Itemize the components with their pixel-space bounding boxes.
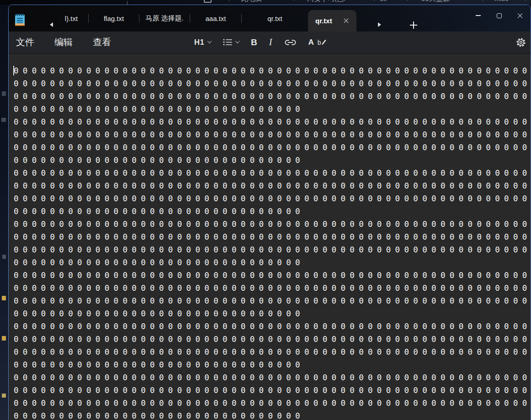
gear-icon [516, 38, 526, 47]
text-row: 0 0 0 0 0 0 0 0 0 0 0 0 0 0 0 0 0 0 0 0 … [14, 90, 531, 103]
link-button[interactable] [284, 39, 297, 46]
menu-item-1[interactable]: 文件 [9, 34, 41, 51]
text-row: 0 0 0 0 0 0 0 0 0 0 0 0 0 0 0 0 0 0 0 0 … [14, 243, 531, 256]
text-row: 0 0 0 0 0 0 0 0 0 0 0 0 0 0 0 0 0 0 0 0 … [14, 410, 531, 420]
this-pc-icon [204, 0, 212, 3]
folder-icon-fragment [2, 296, 6, 300]
tab-scroll-right-button[interactable] [376, 21, 382, 28]
bullet-list-icon [223, 38, 232, 46]
text-row: 0 0 0 0 0 0 0 0 0 0 0 0 0 0 0 0 0 0 0 0 … [14, 154, 531, 167]
close-button[interactable] [510, 7, 531, 24]
breadcrumb-separator: > [407, 0, 411, 2]
text-editor-area[interactable]: 0 0 0 0 0 0 0 0 0 0 0 0 0 0 0 0 0 0 0 0 … [9, 54, 531, 420]
notepad-window: l).txtflag.txt马原 选择题.aaa.txtqr.txt qr.tx… [8, 5, 531, 420]
menu-bar: 文件编辑查看 H1 [9, 31, 531, 53]
chevron-down-icon [207, 39, 212, 43]
folder-icon-fragment [2, 336, 6, 341]
folder-icon-fragment [2, 394, 6, 398]
text-row: 0 0 0 0 0 0 0 0 0 0 0 0 0 0 0 0 0 0 0 0 … [14, 320, 531, 333]
tab-1[interactable]: l).txt [54, 5, 88, 31]
italic-button[interactable]: I [269, 37, 272, 47]
breadcrumb-item: 此电脑 [241, 0, 262, 3]
tab-5[interactable]: qr.txt [242, 5, 308, 31]
italic-label: I [269, 37, 272, 47]
bold-button[interactable]: B [251, 37, 257, 47]
notepad-app-icon [15, 14, 25, 26]
clear-format-a: A [308, 38, 314, 47]
breadcrumb-separator: > [525, 0, 529, 2]
text-row: 0 0 0 0 0 0 0 0 0 0 0 0 0 0 0 0 0 0 0 0 … [14, 179, 531, 192]
menu-item-3[interactable]: 查看 [86, 34, 118, 51]
menu-item-2[interactable]: 编辑 [48, 34, 80, 51]
text-row: 0 0 0 0 0 0 0 0 0 0 0 0 0 0 0 0 0 0 0 0 … [14, 397, 531, 410]
maximize-icon [497, 13, 502, 18]
heading-dropdown[interactable]: H1 [194, 38, 211, 47]
format-toolbar: H1 B [194, 31, 324, 53]
background-fragment [1, 118, 6, 122]
plus-icon [413, 21, 414, 29]
maximize-button[interactable] [489, 7, 510, 24]
breadcrumb-separator: > [373, 0, 377, 2]
breadcrumb-separator: > [228, 0, 233, 2]
new-tab-button[interactable] [407, 19, 420, 31]
breadcrumb-separator: > [482, 0, 486, 2]
clear-format-button[interactable]: Ab [308, 38, 324, 47]
text-row: 0 0 0 0 0 0 0 0 0 0 0 0 0 0 0 0 0 0 0 0 … [14, 141, 531, 154]
text-row: 0 0 0 0 0 0 0 0 0 0 0 0 0 0 0 0 0 0 0 0 … [14, 103, 531, 116]
heading-label: H1 [194, 38, 204, 47]
tabs-row: l).txtflag.txt马原 选择题.aaa.txtqr.txt qr.tx… [54, 5, 356, 31]
hyperlink-chain-icon [284, 39, 297, 46]
screen: > 此电脑 > 网安学习(已. > ctf > 31天蓝森 > misc > [0, 0, 531, 420]
background-divider [127, 1, 127, 5]
pen-icon [321, 39, 326, 45]
text-row: 0 0 0 0 0 0 0 0 0 0 0 0 0 0 0 0 0 0 0 0 … [14, 307, 531, 320]
text-row: 0 0 0 0 0 0 0 0 0 0 0 0 0 0 0 0 0 0 0 0 … [14, 192, 531, 205]
triangle-left-icon [50, 22, 53, 27]
text-row: 0 0 0 0 0 0 0 0 0 0 0 0 0 0 0 0 0 0 0 0 … [14, 256, 531, 269]
list-dropdown[interactable] [223, 38, 239, 46]
tab-close-button[interactable] [343, 18, 349, 24]
breadcrumb-item: ctf [380, 0, 387, 2]
active-tab-label: qr.txt [315, 17, 332, 25]
text-row: 0 0 0 0 0 0 0 0 0 0 0 0 0 0 0 0 0 0 0 0 … [14, 333, 531, 346]
text-row: 0 0 0 0 0 0 0 0 0 0 0 0 0 0 0 0 0 0 0 0 … [14, 77, 531, 90]
text-row: 0 0 0 0 0 0 0 0 0 0 0 0 0 0 0 0 0 0 0 0 … [14, 371, 531, 384]
tab-3[interactable]: 马原 选择题. [139, 5, 190, 31]
text-row: 0 0 0 0 0 0 0 0 0 0 0 0 0 0 0 0 0 0 0 0 … [14, 231, 531, 243]
text-row: 0 0 0 0 0 0 0 0 0 0 0 0 0 0 0 0 0 0 0 0 … [14, 358, 531, 371]
tab-bar: l).txtflag.txt马原 选择题.aaa.txtqr.txt qr.tx… [9, 5, 531, 31]
clear-format-b: b [318, 39, 321, 46]
breadcrumb-item: misc [494, 0, 509, 2]
settings-button[interactable] [516, 38, 526, 47]
breadcrumb-item: 31天蓝森 [421, 0, 450, 3]
triangle-right-icon [378, 22, 381, 27]
chevron-down-icon [235, 39, 240, 43]
text-row: 0 0 0 0 0 0 0 0 0 0 0 0 0 0 0 0 0 0 0 0 … [14, 116, 531, 128]
tab-2[interactable]: flag.txt [89, 5, 139, 31]
text-row: 0 0 0 0 0 0 0 0 0 0 0 0 0 0 0 0 0 0 0 0 … [14, 205, 531, 218]
text-row: 0 0 0 0 0 0 0 0 0 0 0 0 0 0 0 0 0 0 0 0 … [14, 384, 531, 397]
background-explorer-strip: > 此电脑 > 网安学习(已. > ctf > 31天蓝森 > misc > [0, 0, 531, 5]
text-row: 0 0 0 0 0 0 0 0 0 0 0 0 0 0 0 0 0 0 0 0 … [14, 346, 531, 358]
breadcrumb-item: 网安学习(已. [307, 0, 345, 3]
tab-scroll-left-button[interactable] [48, 21, 54, 28]
tab-4[interactable]: aaa.txt [190, 5, 241, 31]
text-row: 0 0 0 0 0 0 0 0 0 0 0 0 0 0 0 0 0 0 0 0 … [14, 282, 531, 294]
text-caret [13, 66, 14, 75]
minimize-icon [476, 15, 481, 16]
text-row: 0 0 0 0 0 0 0 0 0 0 0 0 0 0 0 0 0 0 0 0 … [14, 167, 531, 179]
window-controls [467, 7, 531, 24]
background-fragment [2, 255, 6, 259]
tab-qr-active[interactable]: qr.txt [308, 10, 356, 31]
close-icon [517, 12, 523, 19]
menus: 文件编辑查看 [9, 34, 118, 51]
text-row: 0 0 0 0 0 0 0 0 0 0 0 0 0 0 0 0 0 0 0 0 … [14, 64, 531, 77]
background-left-strip [0, 5, 8, 420]
breadcrumb-separator: > [293, 0, 297, 2]
minimize-button[interactable] [467, 7, 489, 24]
text-row: 0 0 0 0 0 0 0 0 0 0 0 0 0 0 0 0 0 0 0 0 … [14, 294, 531, 307]
text-row: 0 0 0 0 0 0 0 0 0 0 0 0 0 0 0 0 0 0 0 0 … [14, 269, 531, 282]
background-fragment [2, 91, 6, 96]
bold-label: B [251, 37, 257, 47]
text-row: 0 0 0 0 0 0 0 0 0 0 0 0 0 0 0 0 0 0 0 0 … [14, 218, 531, 231]
